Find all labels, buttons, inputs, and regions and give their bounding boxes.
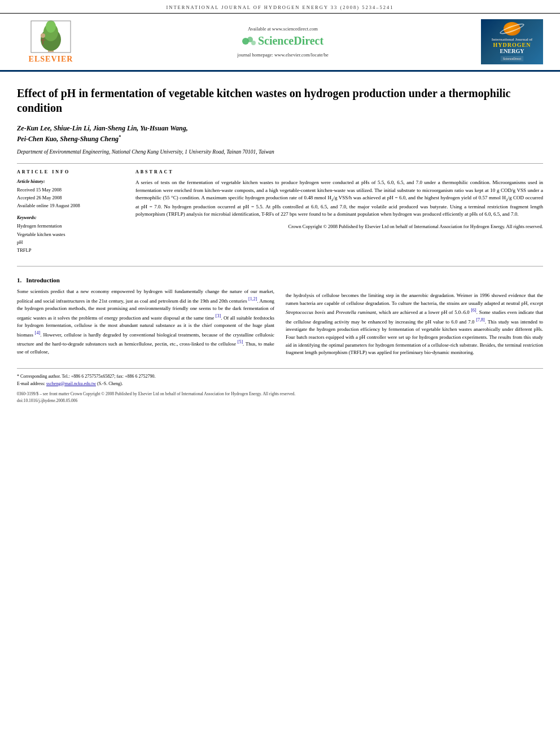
intro-right-text: the hydrolysis of cellulose becomes the … bbox=[286, 292, 543, 357]
copyright-footer: 0360-3199/$ – see front matter Crown Cop… bbox=[17, 391, 543, 404]
keyword-4: TRFLP bbox=[17, 246, 124, 254]
journal-header: INTERNATIONAL JOURNAL OF HYDROGEN ENERGY… bbox=[0, 0, 560, 14]
journal-logo-line1: International Journal of bbox=[492, 37, 532, 42]
available-online-date: Available online 19 August 2008 bbox=[17, 202, 124, 210]
cite-6: [6] bbox=[471, 308, 476, 313]
elsevier-tree-icon bbox=[28, 20, 73, 54]
journal-logo-line2: HYDROGEN bbox=[493, 42, 531, 48]
doi-line: doi:10.1016/j.ijhydene.2008.05.006 bbox=[17, 397, 543, 404]
abstract-label: ABSTRACT bbox=[135, 169, 543, 174]
section-title-text: Introduction bbox=[26, 277, 60, 283]
article-info-column: ARTICLE INFO Article history: Received 1… bbox=[17, 169, 124, 260]
keywords-label: Keywords: bbox=[17, 215, 124, 220]
abstract-copyright: Crown Copyright © 2008 Published by Else… bbox=[135, 223, 543, 230]
email-label: E-mail address: bbox=[17, 381, 45, 386]
keyword-2: Vegetable kitchen wastes bbox=[17, 230, 124, 238]
footnote-divider bbox=[17, 368, 543, 369]
branding-row: ELSEVIER Available at www.sciencedirect.… bbox=[0, 14, 560, 72]
sd-circles bbox=[242, 36, 256, 47]
journal-header-text: INTERNATIONAL JOURNAL OF HYDROGEN ENERGY… bbox=[166, 5, 393, 10]
keyword-1: Hydrogen fermentation bbox=[17, 222, 124, 230]
copyright-line: 0360-3199/$ – see front matter Crown Cop… bbox=[17, 391, 543, 397]
svg-point-4 bbox=[41, 33, 45, 38]
svg-point-10 bbox=[251, 41, 256, 45]
sd-logo-icon bbox=[242, 36, 256, 47]
section-number: 1. bbox=[17, 277, 21, 283]
svg-text:ScienceDirect: ScienceDirect bbox=[503, 58, 521, 61]
available-text: Available at www.sciencedirect.com bbox=[248, 26, 318, 32]
divider-2 bbox=[17, 266, 543, 267]
section-heading: 1. Introduction bbox=[17, 277, 274, 283]
article-info-label: ARTICLE INFO bbox=[17, 169, 124, 174]
keyword-3: pH bbox=[17, 238, 124, 246]
introduction-section: 1. Introduction Some scientists predict … bbox=[17, 277, 543, 357]
cite-5: [5] bbox=[238, 339, 243, 344]
homepage-text: journal homepage: www.elsevier.com/locat… bbox=[237, 52, 328, 58]
article-history: Article history: Received 15 May 2008 Ac… bbox=[17, 179, 124, 209]
elsevier-logo: ELSEVIER bbox=[17, 20, 85, 64]
keywords-section: Keywords: Hydrogen fermentation Vegetabl… bbox=[17, 215, 124, 255]
article-info-abstract-row: ARTICLE INFO Article history: Received 1… bbox=[17, 169, 543, 260]
sciencedirect-label: ScienceDirect bbox=[258, 34, 323, 47]
cite-1-2: [1,2] bbox=[248, 296, 257, 302]
body-left-column: 1. Introduction Some scientists predict … bbox=[17, 277, 274, 357]
body-right-column: the hydrolysis of cellulose becomes the … bbox=[286, 277, 543, 357]
abstract-text: A series of tests on the fermentation of… bbox=[135, 179, 543, 218]
main-content: Effect of pH in fermentation of vegetabl… bbox=[0, 72, 560, 415]
history-label: Article history: bbox=[17, 179, 124, 184]
elsevier-label: ELSEVIER bbox=[29, 55, 73, 64]
article-title: Effect of pH in fermentation of vegetabl… bbox=[17, 86, 543, 115]
abstract-column: ABSTRACT A series of tests on the fermen… bbox=[135, 169, 543, 260]
authors-text: Ze-Kun Lee, Shiue-Lin Li, Jian-Sheng Lin… bbox=[17, 124, 188, 143]
accepted-date: Accepted 26 May 2008 bbox=[17, 194, 124, 202]
affiliation: Department of Environmental Engineering,… bbox=[17, 149, 543, 155]
received-date: Received 15 May 2008 bbox=[17, 186, 124, 194]
svg-point-3 bbox=[46, 20, 56, 33]
intro-left-text: Some scientists predict that a new econo… bbox=[17, 288, 274, 356]
corresponding-contact: Tel.: +886 6 2757575x65827; fax: +886 6 … bbox=[62, 374, 155, 379]
corresponding-label: * Corresponding author. bbox=[17, 374, 61, 379]
divider-1 bbox=[17, 163, 543, 164]
email-author-note: (S.-S. Cheng). bbox=[97, 381, 123, 386]
elsevier-small-icon: ScienceDirect bbox=[498, 56, 526, 62]
sciencedirect-logo: ScienceDirect bbox=[242, 34, 323, 47]
cite-3: [3] bbox=[216, 313, 221, 318]
footnote-section: * Corresponding author. Tel.: +886 6 275… bbox=[17, 373, 543, 388]
email-note: E-mail address: sscheng@mail.ncku.edu.tw… bbox=[17, 381, 543, 388]
corresponding-author-note: * Corresponding author. Tel.: +886 6 275… bbox=[17, 373, 543, 381]
journal-logo-right: International Journal of HYDROGEN ENERGY… bbox=[481, 19, 543, 64]
planet-icon bbox=[504, 22, 520, 36]
center-branding: Available at www.sciencedirect.com Scien… bbox=[85, 26, 481, 58]
authors: Ze-Kun Lee, Shiue-Lin Li, Jian-Sheng Lin… bbox=[17, 123, 543, 145]
cite-4: [4] bbox=[35, 330, 40, 335]
journal-logo-line3: ENERGY bbox=[500, 48, 524, 54]
cite-7-8: [7,8] bbox=[476, 317, 484, 322]
email-address[interactable]: sscheng@mail.ncku.edu.tw bbox=[46, 381, 96, 386]
page-container: INTERNATIONAL JOURNAL OF HYDROGEN ENERGY… bbox=[0, 0, 560, 747]
